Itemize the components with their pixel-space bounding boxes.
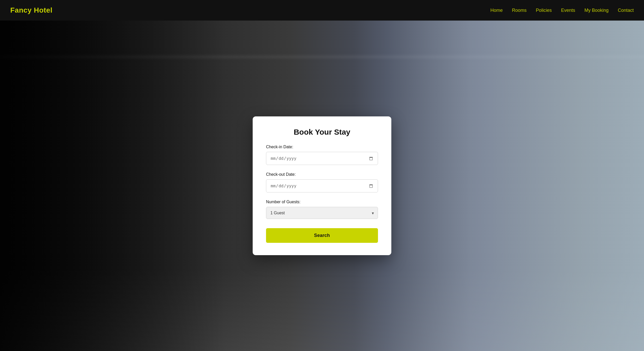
nav-link-policies[interactable]: Policies [536, 8, 552, 13]
navbar: Fancy Hotel Home Rooms Policies Events M… [0, 0, 644, 21]
nav-item-contact[interactable]: Contact [618, 8, 634, 13]
nav-link-events[interactable]: Events [561, 8, 575, 13]
nav-link-contact[interactable]: Contact [618, 8, 634, 13]
guests-label: Number of Guests: [266, 200, 378, 204]
checkout-group: Check-out Date: [266, 172, 378, 192]
nav-item-rooms[interactable]: Rooms [512, 8, 527, 13]
brand-logo[interactable]: Fancy Hotel [10, 6, 52, 14]
nav-link-rooms[interactable]: Rooms [512, 8, 527, 13]
checkin-label: Check-in Date: [266, 145, 378, 149]
hero-section: Book Your Stay Check-in Date: Check-out … [0, 21, 644, 351]
nav-item-policies[interactable]: Policies [536, 8, 552, 13]
nav-menu: Home Rooms Policies Events My Booking Co… [490, 8, 634, 13]
nav-item-events[interactable]: Events [561, 8, 575, 13]
booking-card: Book Your Stay Check-in Date: Check-out … [253, 116, 391, 255]
checkin-date-input[interactable] [266, 152, 378, 165]
checkout-label: Check-out Date: [266, 172, 378, 177]
nav-item-my-booking[interactable]: My Booking [584, 8, 609, 13]
guests-select-wrapper: 1 Guest 2 Guests 3 Guests 4 Guests 5 Gue… [266, 207, 378, 219]
checkout-date-input[interactable] [266, 179, 378, 192]
nav-item-home[interactable]: Home [490, 8, 503, 13]
nav-link-my-booking[interactable]: My Booking [584, 8, 609, 13]
checkout-date-wrapper [266, 179, 378, 192]
nav-link-home[interactable]: Home [490, 8, 503, 13]
checkin-group: Check-in Date: [266, 145, 378, 165]
checkin-date-wrapper [266, 152, 378, 165]
search-button[interactable]: Search [266, 228, 378, 243]
guests-select[interactable]: 1 Guest 2 Guests 3 Guests 4 Guests 5 Gue… [266, 207, 378, 219]
guests-group: Number of Guests: 1 Guest 2 Guests 3 Gue… [266, 200, 378, 219]
hero-overlay [0, 21, 225, 351]
booking-title: Book Your Stay [266, 128, 378, 136]
